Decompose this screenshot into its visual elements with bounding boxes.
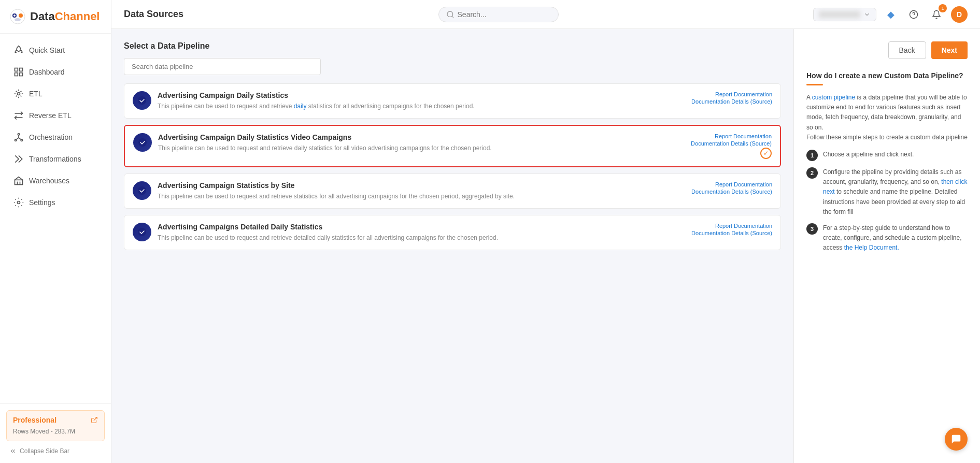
- svg-point-0: [10, 9, 25, 24]
- svg-point-18: [447, 11, 453, 17]
- main-area: Data Sources ◆ 1 D Select: [111, 0, 980, 463]
- rocket-icon: [13, 45, 24, 55]
- sidebar-nav: Quick Start Dashboard ETL Reverse ETL Or…: [0, 34, 111, 403]
- pipeline-name-2: Advertising Campaign Daily Statistics Vi…: [158, 133, 685, 141]
- help-accent-bar: [806, 84, 823, 85]
- pipeline-desc-2: This pipeline can be used to request and…: [158, 143, 685, 153]
- etl-icon: [13, 89, 24, 99]
- sidebar-item-dashboard[interactable]: Dashboard: [4, 62, 107, 82]
- svg-line-19: [452, 16, 453, 18]
- report-doc-link-4[interactable]: Report Documentation: [691, 223, 772, 229]
- pipeline-name-1: Advertising Campaign Daily Statistics: [158, 91, 685, 99]
- step-text-1: Choose a pipeline and click next.: [823, 150, 914, 160]
- step-num-2: 2: [806, 167, 818, 179]
- sidebar-item-etl[interactable]: ETL: [4, 83, 107, 104]
- svg-point-12: [21, 139, 22, 141]
- sidebar-item-orchestration[interactable]: Orchestration: [4, 127, 107, 148]
- avatar[interactable]: D: [951, 6, 968, 23]
- pipeline-card-2[interactable]: Advertising Campaign Daily Statistics Vi…: [124, 125, 781, 167]
- collapse-icon: [9, 447, 17, 455]
- pipeline-desc-4: This pipeline can be used to request and…: [158, 233, 685, 242]
- content-area: Select a Data Pipeline Advertising Campa…: [111, 29, 980, 463]
- report-doc-link-2[interactable]: Report Documentation: [691, 133, 772, 139]
- sidebar-label-orchestration: Orchestration: [29, 133, 73, 141]
- logo-data: Data: [30, 10, 55, 23]
- notification-badge: 1: [939, 4, 947, 12]
- chat-button[interactable]: [945, 428, 968, 451]
- source-doc-link-1[interactable]: Documentation Details (Source): [691, 98, 772, 105]
- sidebar-item-settings[interactable]: Settings: [4, 192, 107, 213]
- sidebar-item-warehouses[interactable]: Warehouses: [4, 170, 107, 191]
- pipeline-name-3: Advertising Campaign Statistics by Site: [158, 181, 685, 190]
- pipeline-desc-1: This pipeline can be used to request and…: [158, 102, 685, 111]
- logo: DataChannel: [0, 0, 111, 34]
- logo-channel: Channel: [55, 10, 100, 23]
- dashboard-icon: [13, 67, 24, 77]
- selected-check-2: ✓: [760, 148, 772, 159]
- pipeline-links-2: Report Documentation Documentation Detai…: [691, 133, 772, 148]
- help-intro: A custom pipeline is a data pipeline tha…: [806, 93, 968, 142]
- svg-point-2: [13, 15, 16, 17]
- svg-point-25: [138, 228, 146, 236]
- action-buttons: Back Next: [806, 41, 968, 59]
- pipeline-links-1: Report Documentation Documentation Detai…: [691, 91, 772, 111]
- header: Data Sources ◆ 1 D: [111, 0, 980, 29]
- question-icon: [909, 10, 918, 19]
- search-input[interactable]: [458, 10, 551, 19]
- search-bar[interactable]: [438, 7, 559, 22]
- svg-point-10: [18, 134, 19, 135]
- svg-point-22: [138, 96, 146, 105]
- pipeline-card-1[interactable]: Advertising Campaign Daily Statistics Th…: [124, 83, 781, 119]
- pipeline-body-3: Advertising Campaign Statistics by Site …: [158, 181, 685, 201]
- svg-rect-5: [15, 68, 18, 71]
- step-text-2: Configure the pipeline by providing deta…: [823, 167, 968, 217]
- svg-point-24: [138, 186, 146, 195]
- diamond-icon: ◆: [887, 9, 894, 20]
- reverse-etl-icon: [13, 110, 24, 121]
- pipeline-2-right: Report Documentation Documentation Detai…: [691, 133, 772, 159]
- notifications-button[interactable]: 1: [928, 6, 945, 23]
- sidebar-item-quick-start[interactable]: Quick Start: [4, 40, 107, 61]
- sidebar-label-quick-start: Quick Start: [29, 46, 65, 54]
- pipeline-card-3[interactable]: Advertising Campaign Statistics by Site …: [124, 173, 781, 209]
- step-text-3: For a step-by-step guide to understand h…: [823, 223, 968, 253]
- svg-point-4: [15, 18, 21, 21]
- sidebar-item-reverse-etl[interactable]: Reverse ETL: [4, 105, 107, 126]
- pipeline-search-input[interactable]: [124, 58, 321, 75]
- next-button[interactable]: Next: [931, 41, 968, 59]
- user-name: [819, 11, 860, 18]
- pipeline-icon-3: [133, 181, 151, 200]
- step-num-3: 3: [806, 223, 818, 235]
- sidebar-footer: Professional Rows Moved - 283.7M Collaps…: [0, 403, 111, 463]
- sidebar-label-settings: Settings: [29, 198, 55, 207]
- report-doc-link-1[interactable]: Report Documentation: [691, 91, 772, 97]
- collapse-label: Collapse Side Bar: [20, 447, 69, 455]
- sidebar-label-etl: ETL: [29, 90, 42, 98]
- source-doc-link-4[interactable]: Documentation Details (Source): [691, 230, 772, 236]
- collapse-sidebar-button[interactable]: Collapse Side Bar: [6, 445, 105, 457]
- sidebar-item-transformations[interactable]: Transformations: [4, 149, 107, 169]
- sidebar-label-warehouses: Warehouses: [29, 177, 69, 185]
- svg-rect-13: [15, 180, 23, 184]
- source-doc-link-3[interactable]: Documentation Details (Source): [691, 189, 772, 195]
- pipeline-links-3: Report Documentation Documentation Detai…: [691, 181, 772, 201]
- svg-rect-6: [20, 68, 23, 71]
- help-step-1: 1 Choose a pipeline and click next.: [806, 150, 968, 161]
- pipeline-desc-3: This pipeline can be used to request and…: [158, 192, 685, 201]
- svg-point-3: [19, 13, 23, 18]
- svg-rect-8: [20, 73, 23, 76]
- diamond-button[interactable]: ◆: [883, 6, 899, 23]
- help-button[interactable]: [905, 6, 922, 23]
- report-doc-link-3[interactable]: Report Documentation: [691, 181, 772, 187]
- user-dropdown[interactable]: [813, 8, 876, 21]
- source-doc-link-2[interactable]: Documentation Details (Source): [691, 140, 772, 147]
- help-step-2: 2 Configure the pipeline by providing de…: [806, 167, 968, 217]
- pipeline-body-1: Advertising Campaign Daily Statistics Th…: [158, 91, 685, 111]
- pipeline-links-4: Report Documentation Documentation Detai…: [691, 223, 772, 242]
- right-panel: Back Next How do I create a new Custom D…: [793, 29, 980, 463]
- back-button[interactable]: Back: [888, 41, 926, 59]
- svg-rect-7: [15, 73, 18, 76]
- warehouses-icon: [13, 176, 24, 186]
- pipeline-card-4[interactable]: Advertising Campaigns Detailed Daily Sta…: [124, 215, 781, 250]
- help-title: How do I create a new Custom Data Pipeli…: [806, 71, 968, 80]
